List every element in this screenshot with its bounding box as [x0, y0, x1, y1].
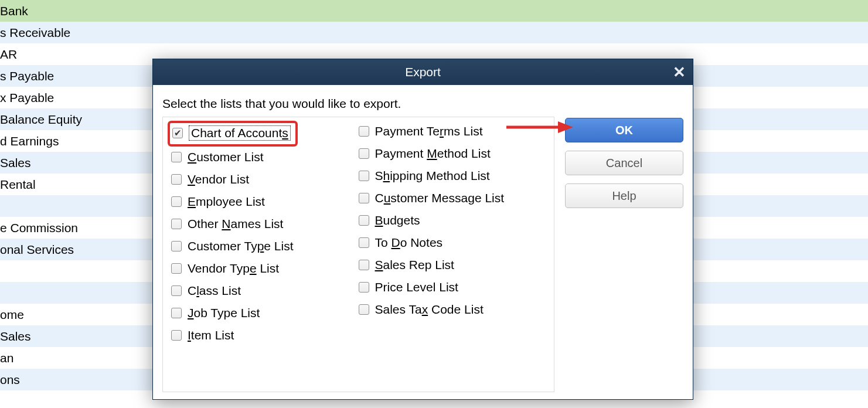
checkbox-label: Sales Tax Code List [375, 302, 484, 317]
checkbox-icon[interactable] [171, 263, 182, 274]
checkbox-label: Sales Rep List [375, 258, 454, 272]
checkbox-icon[interactable] [359, 282, 369, 293]
checkbox-label: Budgets [375, 213, 420, 227]
checkbox-icon[interactable] [359, 304, 369, 315]
list-row[interactable]: s Receivable [0, 22, 868, 43]
checkbox-label: Shipping Method List [375, 169, 490, 183]
checkbox-label: Employee List [188, 195, 265, 209]
checkbox-budgets[interactable]: Budgets [359, 213, 546, 227]
dialog-titlebar: Export ✕ [153, 59, 693, 85]
checkbox-chart-of-accounts[interactable]: Chart of Accounts [171, 124, 359, 142]
checkbox-label: Customer List [188, 150, 264, 164]
checkbox-payment-terms-list[interactable]: Payment Terms List [359, 124, 546, 138]
checkbox-label: Vendor Type List [188, 261, 279, 276]
checkbox-icon[interactable] [171, 308, 182, 318]
checkbox-icon[interactable] [359, 215, 369, 226]
checkbox-icon[interactable] [359, 148, 369, 159]
checkbox-icon[interactable] [359, 171, 369, 181]
checkbox-icon[interactable] [359, 260, 369, 270]
checkbox-column-left: Chart of AccountsCustomer ListVendor Lis… [171, 124, 359, 385]
checkbox-shipping-method-list[interactable]: Shipping Method List [359, 169, 546, 183]
checkbox-employee-list[interactable]: Employee List [171, 195, 359, 209]
checkbox-customer-message-list[interactable]: Customer Message List [359, 191, 546, 205]
checkbox-icon[interactable] [171, 219, 182, 229]
checkbox-label: Price Level List [375, 280, 458, 294]
checkbox-other-names-list[interactable]: Other Names List [171, 217, 359, 231]
help-button[interactable]: Help [565, 183, 683, 208]
checkbox-icon[interactable] [171, 285, 182, 296]
checkbox-icon[interactable] [171, 241, 182, 251]
checkbox-label: Chart of Accounts [189, 125, 291, 141]
checkbox-class-list[interactable]: Class List [171, 284, 359, 298]
cancel-button[interactable]: Cancel [565, 151, 683, 175]
checkbox-label: Customer Type List [188, 239, 294, 253]
checkbox-label: Payment Terms List [375, 124, 483, 138]
checkbox-todo-notes[interactable]: To Do Notes [359, 236, 546, 250]
checkbox-panel: Chart of AccountsCustomer ListVendor Lis… [162, 117, 554, 392]
export-dialog: Export ✕ Select the lists that you would… [152, 59, 693, 400]
checkbox-label: Other Names List [188, 217, 283, 231]
checkbox-item-list[interactable]: Item List [171, 328, 359, 342]
checkbox-sales-tax-code-list[interactable]: Sales Tax Code List [359, 302, 546, 317]
checkbox-icon[interactable] [171, 330, 182, 341]
checkbox-customer-list[interactable]: Customer List [171, 150, 359, 164]
button-column: OK Cancel Help [565, 117, 683, 392]
checkbox-icon[interactable] [359, 193, 369, 203]
dialog-title: Export [405, 65, 441, 79]
checkbox-icon[interactable] [359, 126, 369, 137]
checkbox-job-type-list[interactable]: Job Type List [171, 306, 359, 320]
checkbox-label: Vendor List [188, 172, 249, 186]
dialog-instruction: Select the lists that you would like to … [162, 97, 683, 111]
checkbox-price-level-list[interactable]: Price Level List [359, 280, 546, 294]
checkbox-icon[interactable] [171, 196, 182, 207]
checkbox-payment-method-list[interactable]: Payment Method List [359, 147, 546, 161]
checkbox-sales-rep-list[interactable]: Sales Rep List [359, 258, 546, 272]
checkbox-vendor-type-list[interactable]: Vendor Type List [171, 261, 359, 276]
checkbox-icon[interactable] [171, 152, 182, 162]
checkbox-vendor-list[interactable]: Vendor List [171, 172, 359, 186]
checkbox-customer-type-list[interactable]: Customer Type List [171, 239, 359, 253]
checkbox-label: Payment Method List [375, 147, 491, 161]
checkbox-label: Item List [188, 328, 234, 342]
checkbox-icon[interactable] [172, 128, 183, 138]
dialog-body: Select the lists that you would like to … [153, 85, 693, 399]
highlight-annotation: Chart of Accounts [168, 121, 298, 147]
checkbox-column-right: Payment Terms ListPayment Method ListShi… [359, 124, 546, 385]
checkbox-label: To Do Notes [375, 236, 443, 250]
dialog-content: Chart of AccountsCustomer ListVendor Lis… [162, 117, 683, 392]
close-icon[interactable]: ✕ [673, 63, 686, 81]
checkbox-label: Class List [188, 284, 241, 298]
checkbox-label: Customer Message List [375, 191, 505, 205]
checkbox-icon[interactable] [359, 237, 369, 248]
checkbox-icon[interactable] [171, 174, 182, 185]
checkbox-label: Job Type List [188, 306, 260, 320]
list-row[interactable]: Bank [0, 0, 868, 22]
ok-button[interactable]: OK [565, 118, 683, 142]
